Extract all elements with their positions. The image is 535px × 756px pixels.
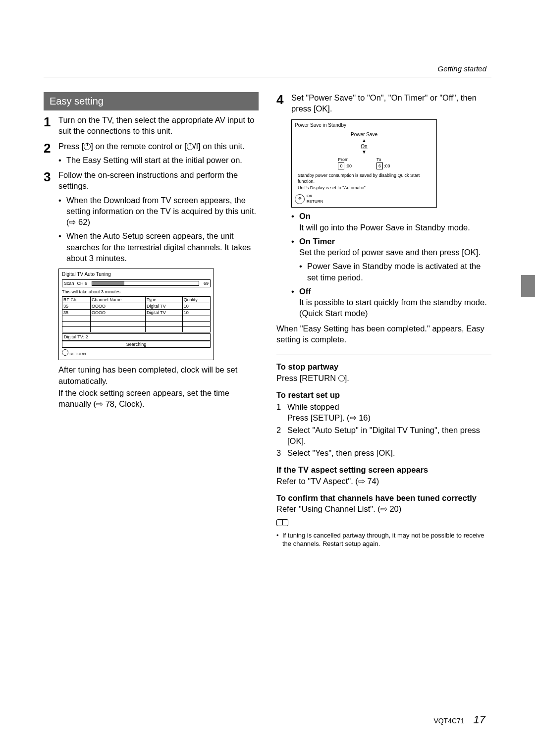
up-arrow-icon: ▲: [295, 138, 433, 143]
step-3-body: Follow the on-screen instructions and pe…: [58, 169, 259, 264]
side-tab: [521, 275, 535, 297]
return-icon: [338, 375, 345, 381]
table-row: [62, 316, 211, 322]
power-note-2: Unit's Display is set to "Automatic".: [295, 185, 433, 191]
ch-total: 69: [204, 280, 209, 286]
opt-on-timer: • On Timer Set the period of power save …: [291, 236, 491, 283]
tuning-table: RF Ch. Channel Name Type Quality 35 OOOO…: [62, 296, 211, 332]
header-rule: [44, 77, 491, 77]
opt-on-timer-body: On Timer Set the period of power save an…: [299, 236, 491, 283]
after-tuning-2: If the clock setting screen appears, set…: [58, 387, 259, 410]
page-number: 17: [474, 713, 485, 726]
page-footer: VQT4C71 17: [433, 713, 485, 726]
opt-off-body: Off It is possible to start quickly from…: [299, 286, 491, 319]
bullet-dot: •: [276, 531, 282, 548]
step-number: 1: [44, 114, 58, 137]
power-icon: [84, 143, 91, 150]
scan-label: Scan: [64, 280, 74, 286]
step-1: 1 Turn on the TV, then select the approp…: [44, 114, 259, 137]
power-options: • On It will go into the Power Save in S…: [291, 211, 491, 319]
footnote: • If tuning is cancelled partway through…: [276, 531, 491, 548]
dpad-icon: ✥: [295, 194, 305, 204]
on-timer-heading: On Timer: [299, 237, 335, 246]
scan-row: Scan CH 6 69: [62, 279, 211, 287]
power-save-screenshot: Power Save in Standby Power Save ▲ On ▼ …: [291, 119, 437, 208]
progress-fill: [92, 281, 124, 285]
step-3: 3 Follow the on-screen instructions and …: [44, 169, 259, 264]
step-2: 2 Press [] on the remote control or [/I]…: [44, 141, 259, 166]
from-block: From 0:00: [338, 157, 352, 169]
step-number: 2: [44, 141, 58, 166]
bullet-dot: •: [58, 155, 66, 165]
on-timer-text: Set the period of power save and then pr…: [299, 248, 481, 257]
power-save-label: Power Save: [295, 131, 433, 138]
tuning-duration-note: This will take about 3 minutes.: [62, 289, 211, 295]
from-to-row: From 0:00 To 6:00: [295, 157, 433, 169]
to-label: To: [376, 157, 390, 162]
step-4-text: Set "Power Save" to "On", "On Timer" or …: [291, 92, 491, 114]
easy-setting-heading: Easy setting: [44, 92, 259, 110]
table-header-row: RF Ch. Channel Name Type Quality: [62, 296, 211, 303]
tuning-title: Digital TV Auto Tuning: [62, 271, 211, 278]
return-icon: [62, 349, 68, 356]
manual-page: Getting started Easy setting 1 Turn on t…: [0, 0, 535, 568]
on-timer-sub-text: Power Save in Standby mode is activated …: [307, 261, 491, 283]
restart-body: Select "Yes", then press [OK].: [287, 447, 395, 458]
note-icon: [276, 519, 288, 526]
bullet-dot: •: [291, 211, 299, 233]
restart-body: While stopped Press [SETUP]. (⇨ 16): [287, 401, 371, 424]
to-min: :00: [384, 163, 390, 168]
restart-heading: To restart set up: [276, 389, 491, 400]
auto-tuning-screenshot: Digital TV Auto Tuning Scan CH 6 69 This…: [58, 269, 214, 360]
confirm-text: Refer "Using Channel List". (⇨ 20): [276, 503, 491, 514]
opt-on-body: On It will go into the Power Save in Sta…: [299, 211, 470, 233]
completion-text: When "Easy Setting has been completed." …: [276, 323, 491, 345]
restart-item: 2 Select "Auto Setup" in "Digital TV Tun…: [276, 425, 491, 447]
step-2-text-a: Press [: [58, 142, 84, 151]
stop-text: Press [RETURN ].: [276, 373, 491, 383]
stop-heading: To stop partway: [276, 361, 491, 372]
return-hint: RETURN: [62, 349, 211, 357]
step-2-body: Press [] on the remote control or [/I] o…: [58, 141, 259, 166]
power-note-1: Standby power consumption is saved by di…: [295, 172, 433, 184]
step-3-bullet-1: • When the Download from TV screen appea…: [58, 195, 259, 228]
bullet-dot: •: [291, 236, 299, 283]
bullet-dot: •: [299, 261, 307, 283]
restart-num: 2: [276, 425, 287, 447]
bullet-dot: •: [58, 230, 66, 264]
right-column: 4 Set "Power Save" to "On", "On Timer" o…: [276, 92, 491, 548]
opt-on: • On It will go into the Power Save in S…: [291, 211, 491, 233]
after-tuning-1: After tuning has been completed, clock w…: [58, 364, 259, 386]
step-2-text-c: /I] on this unit.: [194, 142, 245, 151]
to-block: To 6:00: [376, 157, 390, 169]
step-2-bullet: • The Easy Setting will start at the ini…: [58, 155, 259, 165]
step-number: 3: [44, 169, 58, 264]
th-rf: RF Ch.: [62, 296, 91, 303]
restart-item: 3 Select "Yes", then press [OK].: [276, 447, 491, 458]
from-label: From: [338, 157, 352, 162]
th-type: Type: [145, 296, 182, 303]
restart-body: Select "Auto Setup" in "Digital TV Tunin…: [287, 425, 491, 447]
table-row: [62, 327, 211, 332]
restart-list: 1 While stopped Press [SETUP]. (⇨ 16) 2 …: [276, 401, 491, 458]
footnote-text: If tuning is cancelled partway through, …: [282, 531, 491, 548]
searching-row: Searching: [62, 341, 211, 348]
step-2-text-b: ] on the remote control or [: [91, 142, 187, 151]
down-arrow-icon: ▼: [295, 150, 433, 155]
step-3-bullet-2-text: When the Auto Setup screen appears, the …: [66, 230, 259, 264]
step-3-text: Follow the on-screen instructions and pe…: [58, 169, 259, 192]
th-name: Channel Name: [91, 296, 146, 303]
restart-num: 3: [276, 447, 287, 458]
scan-progress: [92, 281, 199, 286]
ok-return-labels: OK RETURN: [307, 194, 323, 205]
aspect-heading: If the TV aspect setting screen appears: [276, 464, 491, 475]
opt-off: • Off It is possible to start quickly fr…: [291, 286, 491, 319]
power-icon: [187, 143, 194, 150]
aspect-text: Refer to "TV Aspect". (⇨ 74): [276, 476, 491, 486]
return-label: RETURN: [69, 352, 86, 356]
step-number: 4: [276, 92, 291, 114]
table-row: 35 OOOO Digital TV 10: [62, 310, 211, 316]
on-heading: On: [299, 212, 311, 220]
return-label: RETURN: [307, 199, 323, 205]
divider: [276, 355, 491, 355]
